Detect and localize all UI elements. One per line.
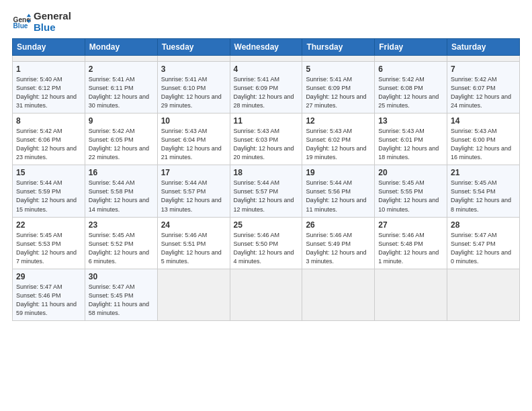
- calendar-cell: 18Sunrise: 5:44 AMSunset: 5:57 PMDayligh…: [230, 165, 302, 217]
- svg-text:Blue: Blue: [13, 22, 28, 30]
- day-info: Sunrise: 5:47 AMSunset: 5:45 PMDaylight:…: [89, 283, 154, 318]
- day-number: 10: [161, 116, 226, 126]
- day-number: 1: [16, 64, 81, 74]
- weekday-header-sunday: Sunday: [13, 39, 85, 56]
- calendar-cell: 5Sunrise: 5:41 AMSunset: 6:09 PMDaylight…: [302, 62, 375, 113]
- calendar-cell: 1Sunrise: 5:40 AMSunset: 6:12 PMDaylight…: [13, 62, 85, 113]
- day-info: Sunrise: 5:46 AMSunset: 5:50 PMDaylight:…: [234, 231, 299, 266]
- day-number: 27: [378, 220, 443, 230]
- day-info: Sunrise: 5:45 AMSunset: 5:53 PMDaylight:…: [16, 231, 81, 266]
- day-number: 30: [89, 272, 154, 281]
- day-number: 7: [451, 64, 516, 74]
- calendar-cell: [157, 269, 230, 320]
- calendar-cell: 10Sunrise: 5:43 AMSunset: 6:04 PMDayligh…: [157, 113, 230, 165]
- day-info: Sunrise: 5:45 AMSunset: 5:52 PMDaylight:…: [89, 231, 154, 266]
- calendar-cell: 22Sunrise: 5:45 AMSunset: 5:53 PMDayligh…: [13, 217, 85, 269]
- calendar-cell: 4Sunrise: 5:41 AMSunset: 6:09 PMDaylight…: [230, 62, 302, 113]
- day-info: Sunrise: 5:41 AMSunset: 6:11 PMDaylight:…: [89, 75, 154, 110]
- day-number: 17: [161, 168, 226, 177]
- day-number: 28: [451, 220, 516, 230]
- logo-text: General Blue: [34, 11, 71, 33]
- calendar-cell: [447, 269, 520, 320]
- day-info: Sunrise: 5:47 AMSunset: 5:47 PMDaylight:…: [451, 231, 516, 266]
- weekday-header-monday: Monday: [85, 39, 157, 56]
- calendar-cell: 11Sunrise: 5:43 AMSunset: 6:03 PMDayligh…: [230, 113, 302, 165]
- weekday-header-row: SundayMondayTuesdayWednesdayThursdayFrid…: [13, 39, 520, 56]
- day-info: Sunrise: 5:44 AMSunset: 5:56 PMDaylight:…: [306, 179, 371, 214]
- day-number: 25: [234, 220, 299, 230]
- day-info: Sunrise: 5:41 AMSunset: 6:10 PMDaylight:…: [161, 75, 226, 110]
- calendar-cell: [302, 269, 375, 320]
- day-info: Sunrise: 5:43 AMSunset: 6:01 PMDaylight:…: [378, 127, 443, 162]
- day-info: Sunrise: 5:41 AMSunset: 6:09 PMDaylight:…: [234, 75, 299, 110]
- calendar-cell: [13, 56, 85, 62]
- day-info: Sunrise: 5:46 AMSunset: 5:49 PMDaylight:…: [306, 231, 371, 266]
- calendar-cell: 25Sunrise: 5:46 AMSunset: 5:50 PMDayligh…: [230, 217, 302, 269]
- calendar-week-1: 1Sunrise: 5:40 AMSunset: 6:12 PMDaylight…: [13, 62, 520, 113]
- day-number: 13: [378, 116, 443, 126]
- logo-icon: General Blue: [12, 13, 31, 32]
- day-number: 29: [16, 272, 81, 281]
- calendar-cell: 9Sunrise: 5:42 AMSunset: 6:05 PMDaylight…: [85, 113, 157, 165]
- calendar-cell: 7Sunrise: 5:42 AMSunset: 6:07 PMDaylight…: [447, 62, 520, 113]
- day-info: Sunrise: 5:46 AMSunset: 5:48 PMDaylight:…: [378, 231, 443, 266]
- day-number: 9: [89, 116, 154, 126]
- calendar-cell: [375, 269, 447, 320]
- day-info: Sunrise: 5:46 AMSunset: 5:51 PMDaylight:…: [161, 231, 226, 266]
- calendar-cell: 19Sunrise: 5:44 AMSunset: 5:56 PMDayligh…: [302, 165, 375, 217]
- calendar-cell: 15Sunrise: 5:44 AMSunset: 5:59 PMDayligh…: [13, 165, 85, 217]
- calendar-cell: [230, 56, 302, 62]
- calendar-cell: 28Sunrise: 5:47 AMSunset: 5:47 PMDayligh…: [447, 217, 520, 269]
- calendar-cell: 13Sunrise: 5:43 AMSunset: 6:01 PMDayligh…: [375, 113, 447, 165]
- day-number: 12: [306, 116, 371, 126]
- calendar-cell: 26Sunrise: 5:46 AMSunset: 5:49 PMDayligh…: [302, 217, 375, 269]
- day-info: Sunrise: 5:43 AMSunset: 6:00 PMDaylight:…: [451, 127, 516, 162]
- day-number: 4: [234, 64, 299, 74]
- day-number: 8: [16, 116, 81, 126]
- calendar-cell: [230, 269, 302, 320]
- calendar-cell: [447, 56, 520, 62]
- calendar-cell: 20Sunrise: 5:45 AMSunset: 5:55 PMDayligh…: [375, 165, 447, 217]
- calendar-cell: 12Sunrise: 5:43 AMSunset: 6:02 PMDayligh…: [302, 113, 375, 165]
- weekday-header-thursday: Thursday: [302, 39, 375, 56]
- calendar-cell: 30Sunrise: 5:47 AMSunset: 5:45 PMDayligh…: [85, 269, 157, 320]
- weekday-header-tuesday: Tuesday: [157, 39, 230, 56]
- calendar-cell: [85, 56, 157, 62]
- day-number: 5: [306, 64, 371, 74]
- calendar-cell: 27Sunrise: 5:46 AMSunset: 5:48 PMDayligh…: [375, 217, 447, 269]
- calendar-week-2: 8Sunrise: 5:42 AMSunset: 6:06 PMDaylight…: [13, 113, 520, 165]
- calendar-cell: [375, 56, 447, 62]
- day-info: Sunrise: 5:45 AMSunset: 5:54 PMDaylight:…: [451, 179, 516, 214]
- day-number: 14: [451, 116, 516, 126]
- calendar-cell: 16Sunrise: 5:44 AMSunset: 5:58 PMDayligh…: [85, 165, 157, 217]
- calendar-cell: 14Sunrise: 5:43 AMSunset: 6:00 PMDayligh…: [447, 113, 520, 165]
- day-info: Sunrise: 5:42 AMSunset: 6:06 PMDaylight:…: [16, 127, 81, 162]
- day-info: Sunrise: 5:42 AMSunset: 6:05 PMDaylight:…: [89, 127, 154, 162]
- day-info: Sunrise: 5:43 AMSunset: 6:04 PMDaylight:…: [161, 127, 226, 162]
- calendar-week-0: [13, 56, 520, 62]
- calendar-cell: [302, 56, 375, 62]
- day-number: 18: [234, 168, 299, 177]
- day-number: 16: [89, 168, 154, 177]
- weekday-header-friday: Friday: [375, 39, 447, 56]
- header: General Blue General Blue: [12, 11, 520, 33]
- day-number: 11: [234, 116, 299, 126]
- calendar-cell: 17Sunrise: 5:44 AMSunset: 5:57 PMDayligh…: [157, 165, 230, 217]
- day-number: 22: [16, 220, 81, 230]
- calendar-cell: 8Sunrise: 5:42 AMSunset: 6:06 PMDaylight…: [13, 113, 85, 165]
- day-number: 15: [16, 168, 81, 177]
- day-number: 2: [89, 64, 154, 74]
- day-number: 6: [378, 64, 443, 74]
- day-number: 19: [306, 168, 371, 177]
- day-number: 3: [161, 64, 226, 74]
- calendar-week-3: 15Sunrise: 5:44 AMSunset: 5:59 PMDayligh…: [13, 165, 520, 217]
- calendar-cell: 29Sunrise: 5:47 AMSunset: 5:46 PMDayligh…: [13, 269, 85, 320]
- calendar-week-5: 29Sunrise: 5:47 AMSunset: 5:46 PMDayligh…: [13, 269, 520, 320]
- day-info: Sunrise: 5:43 AMSunset: 6:03 PMDaylight:…: [234, 127, 299, 162]
- day-info: Sunrise: 5:44 AMSunset: 5:57 PMDaylight:…: [161, 179, 226, 214]
- calendar-cell: 2Sunrise: 5:41 AMSunset: 6:11 PMDaylight…: [85, 62, 157, 113]
- calendar-cell: 21Sunrise: 5:45 AMSunset: 5:54 PMDayligh…: [447, 165, 520, 217]
- calendar-cell: 23Sunrise: 5:45 AMSunset: 5:52 PMDayligh…: [85, 217, 157, 269]
- weekday-header-saturday: Saturday: [447, 39, 520, 56]
- day-number: 26: [306, 220, 371, 230]
